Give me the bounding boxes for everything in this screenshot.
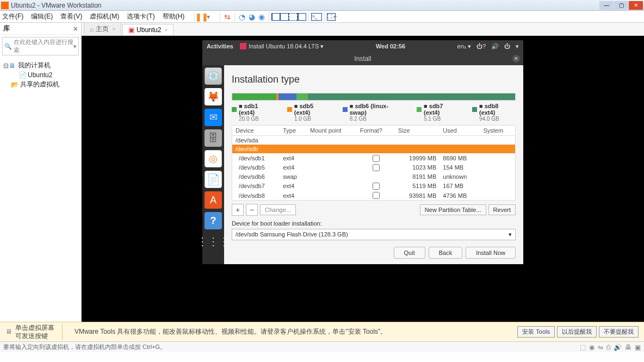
new-partition-table-button[interactable]: New Partition Table...: [420, 204, 486, 215]
dock-software-icon[interactable]: A: [205, 191, 222, 209]
dock-show-apps-icon[interactable]: ⋮⋮⋮: [205, 233, 222, 250]
accessibility-icon[interactable]: ⏻?: [476, 43, 486, 49]
snapshot-icon[interactable]: ◔: [237, 12, 247, 22]
col-header[interactable]: System: [480, 126, 515, 136]
col-header[interactable]: Device: [232, 126, 280, 136]
vm-screen[interactable]: Activities Install Ubuntu 18.04.4 LTS ▾ …: [82, 36, 644, 322]
never-remind-button[interactable]: 不要提醒我: [599, 326, 639, 338]
tab-home[interactable]: ⌂ 主页 ×: [84, 22, 121, 35]
partition-row[interactable]: /dev/sdb: [232, 145, 516, 153]
menu-file[interactable]: 文件(F): [2, 12, 23, 21]
menu-help[interactable]: 帮助(H): [163, 12, 185, 21]
partition-row[interactable]: /dev/sdb7ext45119 MB167 MB: [232, 181, 516, 191]
col-header[interactable]: Size: [395, 126, 439, 136]
install-now-button[interactable]: Install Now: [466, 247, 516, 259]
partition-table[interactable]: DeviceTypeMount pointFormat?SizeUsedSyst…: [232, 125, 516, 201]
ubiquity-icon: [240, 43, 246, 49]
format-checkbox[interactable]: [373, 183, 380, 190]
status-cd-icon[interactable]: ◉: [589, 344, 595, 351]
console-icon[interactable]: >_: [311, 13, 322, 21]
library-close-icon[interactable]: ×: [73, 24, 78, 33]
vmware-icon: [1, 2, 9, 9]
dock-firefox-icon[interactable]: 🦊: [205, 88, 222, 105]
status-bar: 要将输入定向到该虚拟机，请在虚拟机内部单击或按 Ctrl+G。 ⬚ ◉ ⇋ ⎙ …: [0, 341, 644, 352]
revert-button[interactable]: Revert: [488, 204, 516, 215]
pause-button[interactable]: ❚❚: [197, 12, 207, 22]
input-source[interactable]: en₁ ▾: [457, 43, 471, 50]
partition-row[interactable]: /dev/sdb1ext419999 MB8690 MB: [232, 153, 516, 163]
dock-help-icon[interactable]: ?: [205, 212, 222, 229]
revert-icon[interactable]: ◉: [257, 12, 267, 22]
app-menu[interactable]: Install Ubuntu 18.04.4 LTS ▾: [240, 43, 324, 50]
volume-icon[interactable]: 🔊: [491, 43, 499, 50]
back-button[interactable]: Back: [429, 247, 462, 259]
status-nic-icon[interactable]: ⇋: [598, 344, 603, 351]
dock-writer-icon[interactable]: 📄: [205, 171, 222, 188]
partition-row[interactable]: /dev/sdb8ext493981 MB4736 MB: [232, 191, 516, 201]
status-display-icon[interactable]: ▣: [635, 344, 641, 351]
dock-files-icon[interactable]: 🗄: [205, 129, 222, 147]
legend-item: ■ sdb6 (linux-swap)8.2 GB: [343, 103, 405, 122]
system-menu-icon[interactable]: ▾: [516, 43, 519, 50]
format-checkbox[interactable]: [373, 155, 380, 162]
dock-thunderbird-icon[interactable]: ✉: [205, 109, 222, 126]
menu-view[interactable]: 查看(V): [60, 12, 82, 21]
install-tools-button[interactable]: 安装 Tools: [517, 326, 555, 338]
menu-vm[interactable]: 虚拟机(M): [90, 12, 119, 21]
change-partition-button[interactable]: Change...: [260, 204, 296, 215]
format-checkbox[interactable]: [373, 192, 380, 199]
clock[interactable]: Wed 02:56: [324, 43, 457, 49]
dock-rhythmbox-icon[interactable]: ◎: [205, 150, 222, 167]
installer-close-icon[interactable]: ✕: [512, 55, 520, 63]
remind-later-button[interactable]: 以后提醒我: [557, 326, 597, 338]
search-dropdown-icon[interactable]: ▾: [73, 43, 77, 50]
window-minimize-button[interactable]: —: [599, 1, 614, 10]
col-header[interactable]: Format?: [357, 126, 395, 136]
col-header[interactable]: Mount point: [307, 126, 357, 136]
menu-edit[interactable]: 编辑(E): [31, 12, 53, 21]
stretch-dropdown[interactable]: ▾: [333, 13, 337, 21]
status-printer-icon[interactable]: 🖶: [625, 344, 631, 351]
layout-single-icon[interactable]: [280, 13, 289, 21]
col-header[interactable]: Type: [280, 126, 307, 136]
window-maximize-button[interactable]: ▢: [614, 1, 628, 10]
tab-home-close-icon[interactable]: ×: [112, 26, 115, 32]
tree-vm-ubuntu2[interactable]: 📄 Ubuntu2: [3, 71, 78, 79]
partition-row[interactable]: /dev/sda: [232, 136, 516, 145]
layout-thumbnail-icon[interactable]: [271, 13, 280, 21]
dock-installer-icon[interactable]: 💿: [205, 67, 222, 85]
remove-partition-button[interactable]: −: [246, 204, 258, 216]
send-cad-icon[interactable]: ⇆: [222, 12, 232, 22]
page-heading: Installation type: [232, 74, 516, 85]
bootloader-label: Device for boot loader installation:: [232, 220, 516, 227]
window-titlebar: Ubuntu2 - VMware Workstation — ▢ ✕: [0, 0, 644, 11]
search-icon: 🔍: [4, 43, 12, 50]
col-header[interactable]: Used: [439, 126, 480, 136]
status-hdd-icon[interactable]: ⬚: [580, 344, 586, 351]
tab-vm-close-icon[interactable]: ×: [164, 27, 168, 33]
window-close-button[interactable]: ✕: [629, 1, 643, 10]
activities-button[interactable]: Activities: [207, 43, 233, 49]
snapshot-manager-icon[interactable]: ◕: [247, 12, 257, 22]
format-checkbox[interactable]: [373, 164, 380, 171]
tab-bar: ⌂ 主页 × ▣ Ubuntu2 ×: [82, 23, 644, 36]
menu-tabs[interactable]: 选项卡(T): [127, 12, 154, 21]
power-icon[interactable]: ⏻: [504, 43, 510, 49]
partition-row[interactable]: /dev/sdb5ext41023 MB154 MB: [232, 163, 516, 173]
status-usb-icon[interactable]: ⎙: [606, 344, 610, 351]
partition-row[interactable]: /dev/sdb6swap8191 MBunknown: [232, 172, 516, 181]
status-sound-icon[interactable]: 🔊: [614, 344, 622, 351]
pause-dropdown[interactable]: ▾: [207, 13, 210, 21]
library-search-input[interactable]: 🔍 在此处键入内容进行搜索 ▾: [2, 37, 79, 55]
bootloader-select[interactable]: /dev/sdb Samsung Flash Drive (128.3 GB) …: [232, 229, 516, 240]
tree-my-computer[interactable]: ⊟🖥 我的计算机: [3, 61, 78, 70]
layout-fullscreen-icon[interactable]: [289, 13, 298, 21]
tab-ubuntu2[interactable]: ▣ Ubuntu2 ×: [122, 24, 174, 35]
ubuntu-dock: 💿 🦊 ✉ 🗄 ◎ 📄 A ? ⋮⋮⋮: [202, 65, 224, 264]
legend-item: ■ sdb1 (ext4)20.0 GB: [232, 103, 275, 122]
tree-shared-vms[interactable]: 📂 共享的虚拟机: [3, 80, 78, 89]
hint-message: VMware Tools 具有很多功能，能改善鼠标移动性、视频和性能。请登录客户…: [75, 327, 387, 336]
add-partition-button[interactable]: +: [232, 204, 244, 216]
layout-unity-icon[interactable]: [298, 13, 306, 21]
quit-button[interactable]: Quit: [394, 247, 425, 259]
